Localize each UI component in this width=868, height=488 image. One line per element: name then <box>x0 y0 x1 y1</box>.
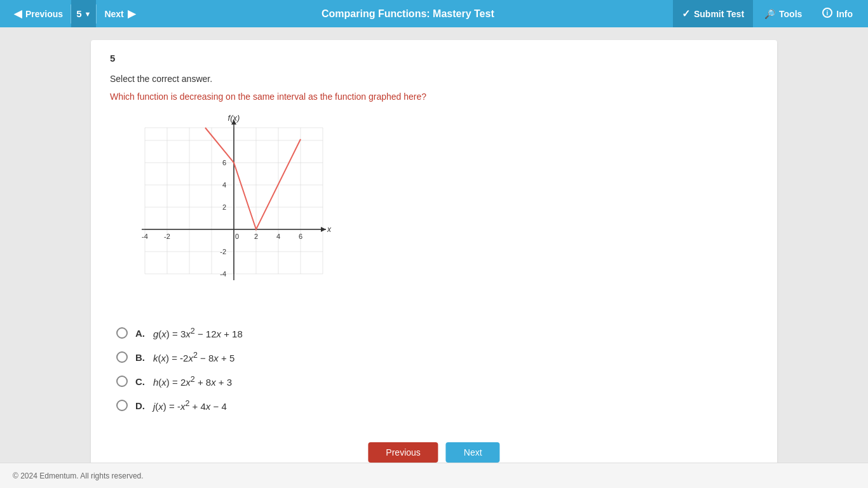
answer-choices: A. g(x) = 3x2 − 12x + 18 B. k(x) = -2x2 … <box>116 327 758 412</box>
info-label: Info <box>836 9 853 19</box>
info-button[interactable]: i Info <box>813 0 862 27</box>
tools-icon: 🔎 <box>764 9 775 19</box>
option-b-letter: B. <box>135 352 146 363</box>
info-icon: i <box>822 8 832 20</box>
next-label: Next <box>104 9 123 19</box>
previous-label: Previous <box>25 9 63 19</box>
question-card: 5 Select the correct answer. Which funct… <box>91 40 777 475</box>
page-title: Comparing Functions: Mastery Test <box>143 8 673 20</box>
card-next-label: Next <box>464 447 482 458</box>
svg-text:2: 2 <box>254 233 258 240</box>
card-next-button[interactable]: Next <box>446 442 500 463</box>
tools-label: Tools <box>779 9 802 19</box>
radio-a[interactable] <box>116 327 128 339</box>
option-a-formula: g(x) = 3x2 − 12x + 18 <box>153 327 243 339</box>
question-number-badge[interactable]: 5 ▼ <box>71 0 96 27</box>
tools-button[interactable]: 🔎 Tools <box>756 0 811 27</box>
chevron-down-icon: ▼ <box>84 10 91 18</box>
header: ◀ Previous 5 ▼ Next ▶ Comparing Function… <box>0 0 868 27</box>
option-a-letter: A. <box>135 328 146 339</box>
radio-b[interactable] <box>116 351 128 363</box>
main-content: 5 Select the correct answer. Which funct… <box>0 27 868 488</box>
question-number-value: 5 <box>76 8 81 19</box>
svg-text:i: i <box>827 10 829 17</box>
radio-d[interactable] <box>116 400 128 411</box>
option-d-formula: j(x) = -x2 + 4x − 4 <box>153 399 227 412</box>
header-right-controls: ✓ Submit Test 🔎 Tools i Info <box>673 0 862 27</box>
svg-text:2: 2 <box>222 203 226 211</box>
previous-icon: ◀ <box>14 8 22 20</box>
copyright-text: © 2024 Edmentum. All rights reserved. <box>13 471 144 480</box>
option-b-formula: k(x) = -2x2 − 8x + 5 <box>153 351 234 363</box>
svg-text:0: 0 <box>235 233 239 240</box>
svg-text:4: 4 <box>276 233 280 240</box>
question-number: 5 <box>110 53 758 64</box>
option-d[interactable]: D. j(x) = -x2 + 4x − 4 <box>116 399 758 412</box>
svg-text:6: 6 <box>299 233 302 240</box>
footer: © 2024 Edmentum. All rights reserved. <box>0 463 868 488</box>
submit-check-icon: ✓ <box>682 8 690 20</box>
option-b[interactable]: B. k(x) = -2x2 − 8x + 5 <box>116 351 758 363</box>
svg-text:-2: -2 <box>220 248 226 255</box>
graph-container: f(x) <box>135 112 332 305</box>
next-button[interactable]: Next ▶ <box>97 0 142 27</box>
question-body: Which function is decreasing on the same… <box>110 92 758 102</box>
option-c[interactable]: C. h(x) = 2x2 + 8x + 3 <box>116 375 758 388</box>
radio-c[interactable] <box>116 376 128 387</box>
card-prev-label: Previous <box>386 447 420 458</box>
svg-text:-4: -4 <box>142 233 148 240</box>
card-navigation: Previous Next <box>368 442 499 463</box>
svg-text:-2: -2 <box>164 233 170 240</box>
option-c-letter: C. <box>135 376 146 387</box>
instruction-text: Select the correct answer. <box>110 74 758 84</box>
function-graph: f(x) <box>135 112 332 302</box>
option-c-formula: h(x) = 2x2 + 8x + 3 <box>153 375 232 388</box>
submit-test-button[interactable]: ✓ Submit Test <box>673 0 753 27</box>
previous-button[interactable]: ◀ Previous <box>6 0 71 27</box>
submit-label: Submit Test <box>694 9 744 19</box>
svg-text:6: 6 <box>222 159 226 166</box>
option-d-letter: D. <box>135 400 146 411</box>
option-a[interactable]: A. g(x) = 3x2 − 12x + 18 <box>116 327 758 339</box>
svg-text:4: 4 <box>222 181 226 189</box>
svg-text:x: x <box>327 225 332 234</box>
svg-text:-4: -4 <box>220 270 226 278</box>
card-previous-button[interactable]: Previous <box>368 442 438 463</box>
next-icon: ▶ <box>128 8 135 20</box>
svg-marker-22 <box>321 227 326 232</box>
